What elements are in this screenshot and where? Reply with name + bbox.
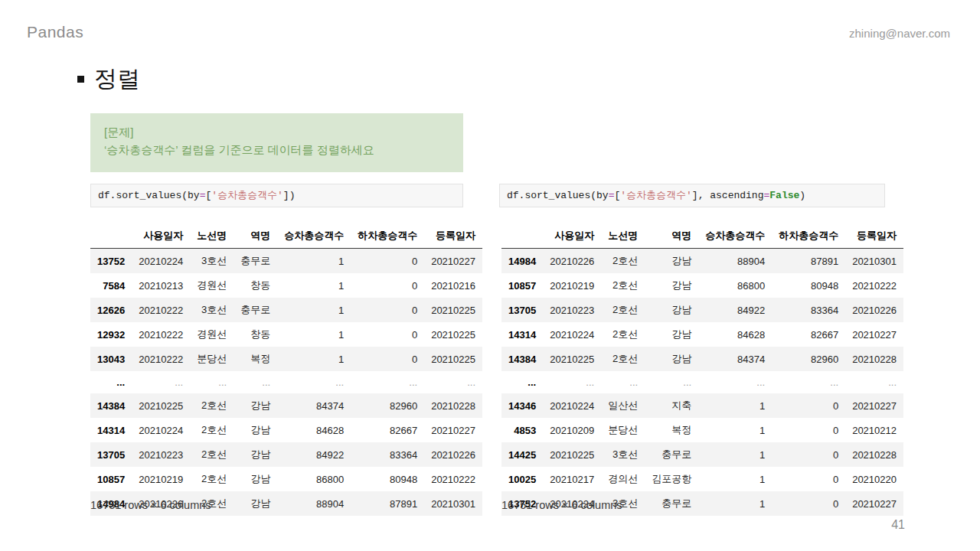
cell: 86800 bbox=[698, 273, 772, 298]
code-token-string: '승차총승객수' bbox=[211, 190, 283, 201]
cell: 88904 bbox=[277, 491, 351, 516]
cell: 충무로 bbox=[234, 298, 277, 322]
problem-label: [문제] bbox=[104, 123, 449, 141]
cell: 1 bbox=[277, 347, 351, 371]
cell: 2호선 bbox=[190, 442, 234, 467]
cell: 강남 bbox=[234, 491, 277, 516]
table-row: 14384202102252호선강남843748296020210228 bbox=[501, 347, 903, 371]
column-header: 승차총승객수 bbox=[698, 223, 772, 249]
cell: ... bbox=[424, 371, 482, 393]
cell: ... bbox=[132, 371, 190, 393]
cell: 84922 bbox=[698, 298, 772, 322]
table-row: 485320210209분당선복정1020210212 bbox=[501, 418, 903, 442]
cell: 20210301 bbox=[845, 249, 903, 274]
cell: 강남 bbox=[234, 467, 277, 491]
slide-title-text: 정렬 bbox=[94, 64, 140, 95]
cell: 강남 bbox=[645, 249, 698, 274]
code-token-plain: df.sort_values(by bbox=[98, 190, 200, 201]
cell: ... bbox=[645, 371, 698, 393]
table-row: 1293220210222경원선창동1020210225 bbox=[90, 322, 482, 347]
table-header-row: 사용일자노선명역명승차총승객수하차총승객수등록일자 bbox=[501, 223, 903, 249]
table-row: 1434620210224일산선지축1020210227 bbox=[501, 393, 903, 418]
cell: 20210223 bbox=[132, 442, 190, 467]
cell: 20210224 bbox=[543, 393, 601, 418]
cell: 82667 bbox=[772, 322, 845, 347]
problem-text: ‘승차총승객수’ 컬럼을 기준으로 데이터를 정렬하세요 bbox=[104, 141, 449, 158]
cell: 0 bbox=[772, 418, 845, 442]
column-header bbox=[501, 223, 543, 249]
cell: 강남 bbox=[234, 442, 277, 467]
bullet-icon bbox=[77, 76, 84, 83]
cell: 2호선 bbox=[601, 298, 645, 322]
row-index: 10857 bbox=[501, 273, 543, 298]
cell: ... bbox=[190, 371, 234, 393]
cell: 20210213 bbox=[132, 273, 190, 298]
page-number: 41 bbox=[891, 518, 905, 532]
cell: 20210228 bbox=[845, 442, 903, 467]
cell: 분당선 bbox=[190, 347, 234, 371]
cell: 지축 bbox=[645, 393, 698, 418]
cell: 창동 bbox=[234, 322, 277, 347]
cell: 80948 bbox=[772, 273, 845, 298]
row-index: 13705 bbox=[501, 298, 543, 322]
cell: 20210227 bbox=[845, 393, 903, 418]
dataframe-table: 사용일자노선명역명승차총승객수하차총승객수등록일자13752202102243호… bbox=[90, 223, 482, 516]
table-row: 1002520210217경의선김포공항1020210220 bbox=[501, 467, 903, 491]
cell: 82667 bbox=[351, 418, 424, 442]
cell: 경원선 bbox=[190, 322, 234, 347]
cell: 20210224 bbox=[543, 322, 601, 347]
column-header: 하차총승객수 bbox=[351, 223, 424, 249]
cell: 강남 bbox=[645, 347, 698, 371]
table-row: ..................... bbox=[501, 371, 903, 393]
cell: 87891 bbox=[351, 491, 424, 516]
cell: 20210228 bbox=[845, 347, 903, 371]
cell: 분당선 bbox=[601, 418, 645, 442]
code-token-string: '승차총승객수' bbox=[620, 190, 692, 201]
cell: 20210227 bbox=[424, 418, 482, 442]
cell: 김포공항 bbox=[645, 467, 698, 491]
cell: 20210219 bbox=[543, 273, 601, 298]
cell: 일산선 bbox=[601, 393, 645, 418]
brand-label: Pandas bbox=[27, 23, 83, 41]
cell: 경의선 bbox=[601, 467, 645, 491]
cell: 1 bbox=[698, 442, 772, 467]
column-header: 사용일자 bbox=[543, 223, 601, 249]
row-index: 13043 bbox=[90, 347, 132, 371]
row-index: 12932 bbox=[90, 322, 132, 347]
cell: 20210227 bbox=[845, 322, 903, 347]
cell: 20210228 bbox=[424, 393, 482, 418]
cell: ... bbox=[698, 371, 772, 393]
row-index: 13752 bbox=[90, 249, 132, 274]
cell: 2호선 bbox=[190, 418, 234, 442]
row-index: 14346 bbox=[501, 393, 543, 418]
row-index: 14425 bbox=[501, 442, 543, 467]
table-row: 14314202102242호선강남846288266720210227 bbox=[90, 418, 482, 442]
cell: 20210226 bbox=[543, 249, 601, 274]
column-header bbox=[90, 223, 132, 249]
cell: 0 bbox=[772, 393, 845, 418]
code-token-plain: ) bbox=[799, 190, 805, 201]
cell: 20210227 bbox=[845, 491, 903, 516]
code-block-sort-ascending: df.sort_values(by=['승차총승객수']) bbox=[90, 184, 463, 207]
rows-count-label: 16751 rows × 6 columns bbox=[90, 499, 211, 511]
cell: 20210220 bbox=[845, 467, 903, 491]
code-token-plain: ]) bbox=[283, 190, 296, 201]
table-row: 758420210213경원선창동1020210216 bbox=[90, 273, 482, 298]
cell: 0 bbox=[351, 298, 424, 322]
cell: 20210225 bbox=[424, 347, 482, 371]
code-token-plain: df.sort_values(by bbox=[507, 190, 609, 201]
column-header: 승차총승객수 bbox=[277, 223, 351, 249]
cell: 84628 bbox=[698, 322, 772, 347]
cell: 20210225 bbox=[543, 347, 601, 371]
table-header-row: 사용일자노선명역명승차총승객수하차총승객수등록일자 bbox=[90, 223, 482, 249]
code-token-keyword: False bbox=[769, 190, 799, 201]
cell: 84374 bbox=[277, 393, 351, 418]
column-header: 등록일자 bbox=[845, 223, 903, 249]
column-header: 등록일자 bbox=[424, 223, 482, 249]
row-index: 14384 bbox=[501, 347, 543, 371]
cell: 20210222 bbox=[132, 298, 190, 322]
cell: 20210216 bbox=[424, 273, 482, 298]
cell: ... bbox=[234, 371, 277, 393]
cell: 87891 bbox=[772, 249, 845, 274]
cell: 20210227 bbox=[424, 249, 482, 274]
